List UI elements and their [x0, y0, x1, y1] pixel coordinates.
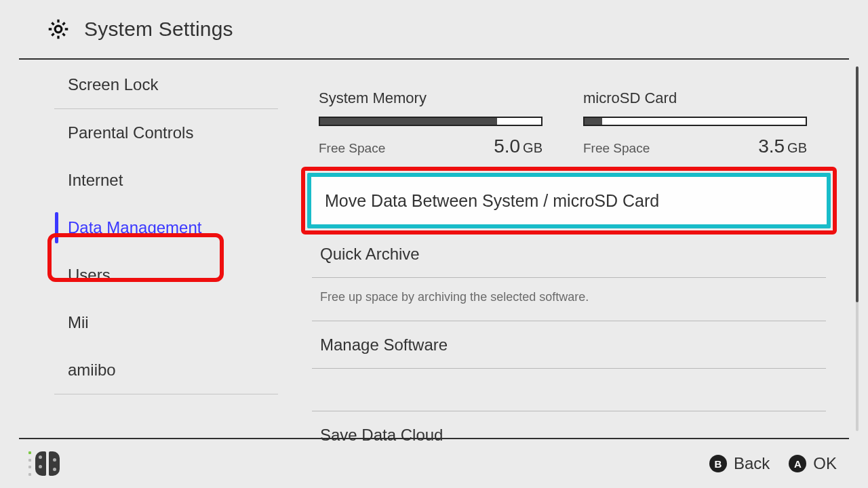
sidebar-item-amiibo[interactable]: amiibo — [54, 346, 278, 394]
sidebar-item-label: Data Management — [68, 218, 201, 237]
storage-title: microSD Card — [583, 89, 807, 107]
option-move-data[interactable]: Move Data Between System / microSD Card — [312, 167, 826, 235]
back-label: Back — [734, 454, 770, 473]
content: System Memory Free Space 5.0GB microSD C… — [278, 61, 849, 436]
storage-row: System Memory Free Space 5.0GB microSD C… — [278, 61, 849, 165]
page-title: System Settings — [84, 18, 233, 41]
svg-point-0 — [55, 26, 62, 33]
b-button-icon: B — [709, 455, 727, 472]
ok-button[interactable]: A OK — [789, 454, 837, 473]
sidebar-item-label: amiibo — [68, 361, 116, 380]
option-label: Quick Archive — [320, 245, 420, 264]
sidebar-item-mii[interactable]: Mii — [54, 299, 278, 346]
storage-title: System Memory — [319, 89, 542, 107]
sidebar-item-internet[interactable]: Internet — [54, 157, 278, 204]
sidebar-separator — [54, 394, 278, 394]
free-space-value: 5.0GB — [494, 136, 542, 157]
header: System Settings — [19, 0, 849, 60]
option-quick-archive-desc: Free up space by archiving the selected … — [312, 278, 826, 304]
sidebar-item-data-management[interactable]: Data Management — [54, 204, 278, 251]
option-quick-archive[interactable]: Quick Archive — [312, 230, 826, 278]
options-list: Move Data Between System / microSD Card … — [312, 178, 826, 459]
storage-bar — [319, 117, 542, 126]
gear-icon — [46, 17, 71, 41]
storage-sd: microSD Card Free Space 3.5GB — [583, 89, 807, 157]
controller-icon — [28, 451, 60, 476]
sidebar-item-label: Parental Controls — [68, 123, 193, 142]
sidebar-item-parental-controls[interactable]: Parental Controls — [54, 109, 278, 157]
option-label: Move Data Between System / microSD Card — [325, 191, 659, 211]
storage-bar-fill — [585, 118, 602, 125]
option-label: Manage Software — [320, 336, 448, 354]
ok-label: OK — [813, 454, 837, 473]
option-highlight-inner: Move Data Between System / microSD Card — [307, 173, 831, 228]
body: Screen Lock Parental Controls Internet D… — [19, 61, 849, 436]
sidebar-item-users[interactable]: Users — [54, 251, 278, 299]
storage-meta: Free Space 5.0GB — [319, 136, 542, 157]
storage-meta: Free Space 3.5GB — [583, 136, 807, 157]
scrollbar-thumb[interactable] — [856, 66, 859, 302]
storage-system: System Memory Free Space 5.0GB — [319, 89, 542, 157]
sidebar-item-screen-lock[interactable]: Screen Lock — [54, 61, 278, 108]
sidebar-item-label: Screen Lock — [68, 75, 158, 94]
option-manage-software[interactable]: Manage Software — [312, 321, 826, 369]
sidebar-item-label: Mii — [68, 313, 89, 332]
a-button-icon: A — [789, 455, 806, 472]
back-button[interactable]: B Back — [709, 454, 770, 473]
free-space-label: Free Space — [583, 141, 650, 156]
sidebar-item-label: Internet — [68, 171, 123, 190]
storage-bar — [583, 117, 807, 126]
player-led-icon — [28, 451, 31, 476]
footer-actions: B Back A OK — [709, 454, 837, 473]
sidebar: Screen Lock Parental Controls Internet D… — [19, 61, 278, 436]
footer: B Back A OK — [19, 438, 849, 488]
sidebar-item-label: Users — [68, 266, 111, 285]
storage-bar-fill — [320, 118, 497, 125]
free-space-value: 3.5GB — [758, 136, 807, 157]
joycon-left-icon — [35, 451, 46, 476]
free-space-label: Free Space — [319, 141, 385, 156]
joycon-right-icon — [49, 451, 60, 476]
